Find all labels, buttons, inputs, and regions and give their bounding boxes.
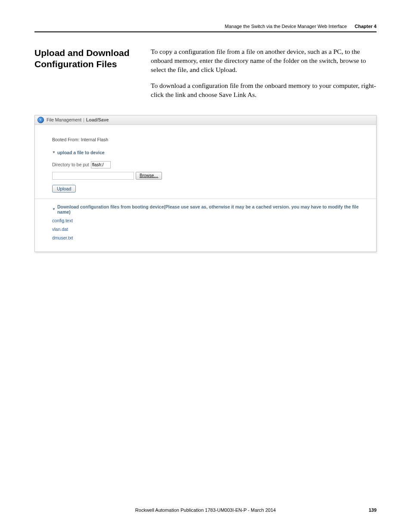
- file-link-vlan[interactable]: vlan.dat: [52, 227, 359, 232]
- back-button[interactable]: ‹: [37, 117, 44, 123]
- header-rule: [34, 31, 377, 32]
- upload-heading-text: upload a file to device: [57, 150, 105, 155]
- file-path-input[interactable]: [52, 172, 134, 180]
- footer-publication: Rockwell Automation Publication 1783-UM0…: [0, 507, 411, 513]
- directory-input[interactable]: [91, 161, 111, 168]
- upload-button[interactable]: Upload: [52, 185, 76, 193]
- breadcrumb-bar: ‹ File Management | Load/Save: [35, 115, 376, 125]
- section-divider: [35, 199, 376, 199]
- section-body: To copy a configuration file from a file…: [151, 47, 377, 106]
- breadcrumb-current: Load/Save: [86, 117, 109, 122]
- chapter-label: Chapter 4: [355, 24, 377, 29]
- page-number: 139: [369, 507, 377, 513]
- upload-section-header[interactable]: ▼ upload a file to device: [52, 150, 359, 155]
- download-heading-text: Download configuration files from bootin…: [57, 204, 359, 215]
- back-arrow-icon: ‹: [40, 118, 41, 122]
- breadcrumb-parent[interactable]: File Management: [47, 117, 81, 122]
- paragraph: To download a configuration file from th…: [151, 81, 377, 100]
- running-header: Manage the Switch via the Device Manager…: [34, 24, 377, 31]
- file-link-config[interactable]: config.text: [52, 218, 359, 223]
- directory-label: Directory to be put: [52, 162, 89, 167]
- booted-from-label: Booted From: Internal Flash: [52, 137, 359, 142]
- collapse-triangle-icon: ▼: [52, 150, 56, 154]
- paragraph: To copy a configuration file from a file…: [151, 47, 377, 75]
- section-heading: Upload and Download Configuration Files: [34, 47, 138, 106]
- embedded-screenshot: ‹ File Management | Load/Save Booted Fro…: [34, 115, 377, 252]
- breadcrumb-separator: |: [83, 117, 84, 122]
- chapter-title: Manage the Switch via the Device Manager…: [225, 24, 347, 29]
- download-section-header[interactable]: ▼ Download configuration files from boot…: [52, 204, 359, 215]
- browse-button[interactable]: Browse…: [136, 172, 162, 180]
- collapse-triangle-icon: ▼: [52, 207, 56, 211]
- file-link-dmuser[interactable]: dmuser.txt: [52, 235, 359, 240]
